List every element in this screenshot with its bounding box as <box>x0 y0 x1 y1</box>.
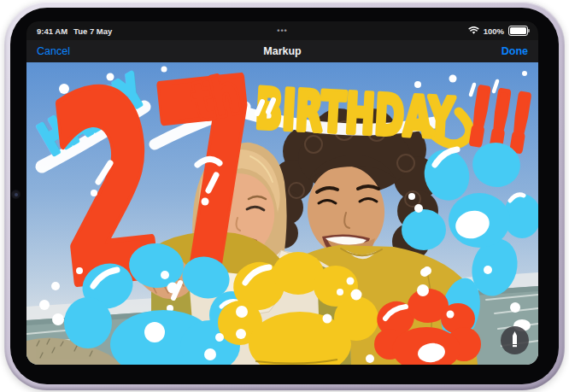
status-bar: 9:41 AM Tue 7 May ••• 100% <box>26 21 538 40</box>
screen: 9:41 AM Tue 7 May ••• 100% Cancel Markup… <box>26 21 538 365</box>
pencil-tool-button[interactable] <box>501 326 529 354</box>
cancel-button[interactable]: Cancel <box>37 45 70 57</box>
screenshot-root: 9:41 AM Tue 7 May ••• 100% Cancel Markup… <box>0 0 569 392</box>
done-button[interactable]: Done <box>502 45 528 57</box>
battery-icon <box>508 26 528 36</box>
annotation-birthday[interactable]: BIRTHDAY <box>254 77 455 150</box>
page-title: Markup <box>26 45 538 57</box>
ellipsis-icon: ••• <box>26 26 538 35</box>
front-camera-icon <box>11 190 21 199</box>
photo-scene: HAPPY 27 th BIRTHDAY !!! <box>26 62 538 365</box>
markup-toolbar: Cancel Markup Done <box>26 40 538 62</box>
photo-canvas[interactable]: HAPPY 27 th BIRTHDAY !!! <box>26 62 538 365</box>
pencil-icon <box>508 331 521 349</box>
